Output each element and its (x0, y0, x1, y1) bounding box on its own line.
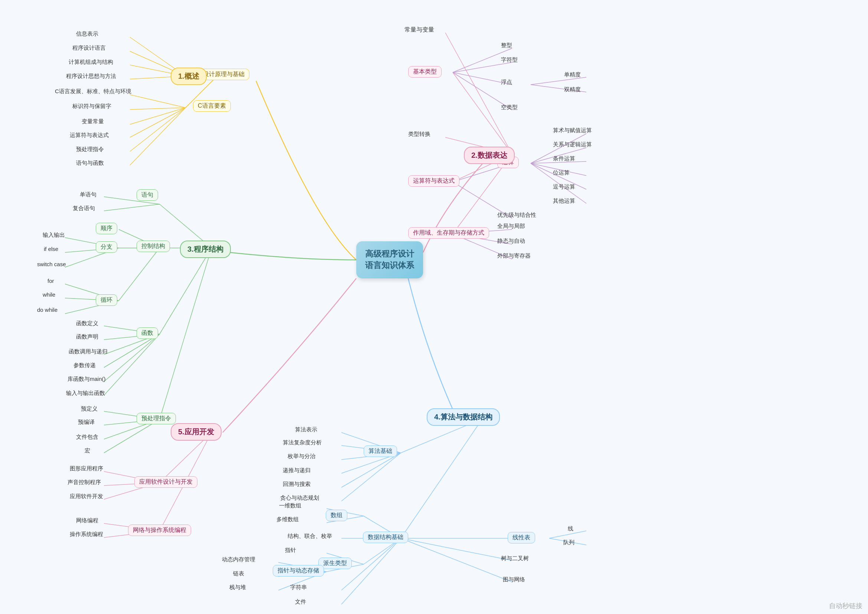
b2-extern: 外部与寄存器 (497, 253, 531, 259)
b4-array: 数组 (326, 510, 347, 521)
b4-nd: 多维数组 (276, 516, 299, 523)
branch-2: 2.数据表达 (464, 147, 515, 164)
b1-sub2: C语言要素 (193, 100, 231, 112)
central-line2: 语言知识体系 (365, 260, 414, 270)
b2-comma: 逗号运算 (553, 183, 575, 191)
b3-precompile: 预编译 (78, 419, 95, 426)
b5-os: 操作系统编程 (70, 531, 103, 538)
b2-void: 空类型 (501, 104, 518, 111)
b2-arith: 算术与赋值运算 (553, 127, 592, 134)
b2-global: 全局与局部 (497, 223, 525, 230)
svg-line-43 (119, 248, 160, 301)
svg-line-65 (341, 453, 401, 501)
b4-algo-exp: 算法表示 (295, 426, 317, 433)
svg-line-82 (401, 538, 512, 561)
b1-l9: 预处理指令 (76, 146, 104, 153)
mind-map: 高级程序设计 语言知识体系 1.概述 程序设计原理与基础 信息表示 程序设计语言… (0, 0, 868, 614)
b3-func: 函数 (136, 327, 158, 339)
b4-complexity: 算法复杂度分析 (283, 439, 322, 446)
b3-if-else: if else (44, 246, 58, 252)
svg-line-64 (341, 453, 401, 487)
b4-file: 文件 (295, 598, 306, 605)
b3-seq: 顺序 (96, 223, 117, 234)
b1-l6: 标识符与保留字 (72, 103, 111, 110)
svg-line-9 (130, 108, 186, 137)
b5-net: 网络编程 (76, 517, 98, 524)
b3-lib: 库函数与main() (68, 376, 106, 383)
b4-recur: 递推与递归 (283, 467, 311, 474)
svg-line-10 (130, 108, 186, 152)
svg-line-78 (341, 538, 401, 604)
b1-l1: 信息表示 (76, 31, 98, 37)
b2-double: 双精度 (564, 86, 581, 93)
b5-app-dev: 应用软件设计与开发 (134, 476, 197, 488)
b3-compound-stmt: 复合语句 (73, 205, 95, 212)
b1-l4: 程序设计思想与方法 (66, 73, 116, 80)
b5-net-os: 网络与操作系统编程 (128, 524, 191, 536)
b4-ptr-dyn: 指针与动态存储 (273, 565, 324, 577)
b4-dyn-mem: 动态内存管理 (222, 556, 255, 563)
b2-cond: 条件运算 (553, 155, 575, 162)
central-line1: 高级程序设计 (365, 249, 414, 258)
b3-include: 文件包含 (76, 434, 98, 440)
b4-ptr: 指针 (285, 547, 296, 554)
b3-func-def: 函数定义 (76, 320, 98, 327)
b3-while: while (43, 291, 55, 298)
branch-1: 1.概述 (171, 68, 207, 85)
b1-l5: C语言发展、标准、特点与环境 (55, 88, 131, 95)
b4-string: 字符串 (290, 584, 307, 591)
svg-line-52 (104, 334, 160, 381)
svg-line-54 (160, 248, 212, 420)
svg-line-53 (104, 334, 160, 395)
branch-3: 3.程序结构 (180, 240, 231, 258)
b4-tree: 树与二叉树 (501, 555, 529, 562)
watermark: 自动秒链接 (829, 602, 862, 610)
branch-5: 5.应用开发 (171, 423, 222, 440)
b2-other: 其他运算 (553, 197, 575, 205)
b2-scope: 作用域、生存期与存储方式 (408, 227, 489, 239)
b1-l10: 语句与函数 (76, 160, 104, 167)
b5-graphic: 图形应用程序 (70, 465, 103, 472)
b5-sound: 声音控制程序 (68, 479, 101, 486)
b3-func-call: 函数调用与递归 (69, 348, 108, 355)
b3-single-stmt: 单语句 (80, 191, 96, 198)
b4-algo: 算法基础 (364, 445, 397, 457)
b3-func-decl: 函数声明 (76, 333, 98, 340)
svg-line-47 (160, 248, 212, 334)
b4-dp: 贪心与动态规划 (280, 495, 319, 501)
svg-line-21 (531, 77, 586, 85)
b4-graph: 图与网络 (503, 576, 525, 583)
b3-branch: 分支 (96, 241, 117, 253)
svg-line-7 (130, 108, 186, 110)
b3-io-func: 输入与输出函数 (66, 390, 105, 397)
svg-line-58 (104, 420, 160, 453)
b2-priority: 优先级与结合性 (497, 212, 536, 219)
svg-line-83 (401, 538, 512, 582)
b2-basic-type: 基本类型 (408, 66, 442, 78)
svg-line-8 (130, 108, 186, 124)
b3-ctrl: 控制结构 (136, 240, 170, 252)
b4-ds: 数据结构基础 (363, 532, 408, 543)
b3-do-while: do while (37, 307, 57, 313)
b3-loop: 循环 (96, 295, 117, 306)
svg-line-6 (130, 95, 186, 108)
svg-line-51 (104, 334, 160, 367)
b5-app-sw: 应用软件开发 (70, 493, 103, 500)
svg-line-66 (401, 419, 482, 538)
svg-line-18 (453, 62, 512, 72)
b3-stmt: 语句 (136, 189, 158, 201)
b1-l2: 程序设计语言 (72, 45, 106, 51)
central-node: 高级程序设计 语言知识体系 (356, 241, 423, 278)
b4-struct: 结构、联合、枚举 (288, 533, 332, 540)
b4-1d: 一维数组 (279, 502, 301, 509)
b3-switch-case: switch case (37, 261, 66, 267)
b2-bit: 位运算 (553, 169, 570, 176)
svg-line-11 (130, 108, 186, 165)
b2-rel: 关系与逻辑运算 (553, 141, 592, 148)
svg-line-12 (445, 33, 512, 154)
b4-line: 线 (568, 525, 574, 532)
b1-l3: 计算机组成与结构 (69, 59, 113, 66)
svg-line-36 (104, 204, 160, 211)
b4-queue: 队列 (563, 539, 575, 546)
b4-enum: 枚举与分治 (288, 453, 315, 460)
